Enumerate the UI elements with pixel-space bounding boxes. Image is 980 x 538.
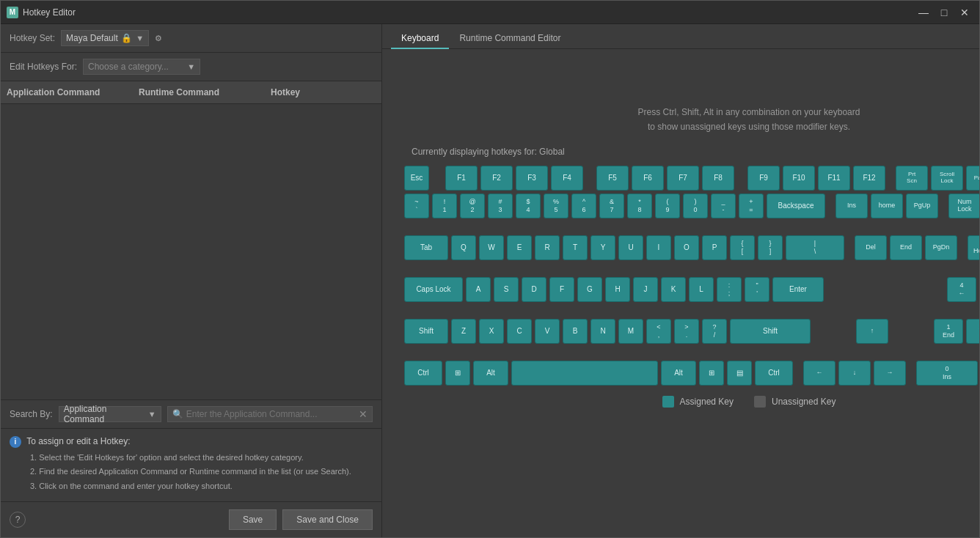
key-o[interactable]: O <box>674 235 699 260</box>
key-f3[interactable]: F3 <box>516 166 548 191</box>
key-ins[interactable]: Ins <box>835 194 868 218</box>
key-c[interactable]: C <box>507 319 532 344</box>
key-v[interactable]: V <box>535 319 560 344</box>
table-body[interactable] <box>1 104 381 399</box>
close-button[interactable]: ✕ <box>956 4 973 21</box>
key-alt-right[interactable]: Alt <box>661 361 696 386</box>
key-period[interactable]: >. <box>674 319 699 344</box>
key-t[interactable]: T <box>563 235 588 260</box>
key-num1[interactable]: 1End <box>934 319 963 344</box>
key-f[interactable]: F <box>549 277 574 302</box>
key-y[interactable]: Y <box>590 235 615 260</box>
gear-icon[interactable]: ⚙ <box>155 34 162 43</box>
key-del[interactable]: Del <box>855 235 887 260</box>
key-backspace[interactable]: Backspace <box>767 194 825 218</box>
key-scrolllock[interactable]: ScrollLock <box>931 166 963 191</box>
key-win-right[interactable]: ⊞ <box>699 361 724 386</box>
key-3[interactable]: #3 <box>488 194 513 218</box>
key-numlock[interactable]: NumLock <box>948 194 979 218</box>
key-d[interactable]: D <box>522 277 546 302</box>
key-comma[interactable]: <, <box>646 319 671 344</box>
key-p[interactable]: P <box>702 235 727 260</box>
key-minus[interactable]: _- <box>711 194 736 218</box>
key-down[interactable]: ↓ <box>838 361 871 386</box>
key-f12[interactable]: F12 <box>853 166 885 191</box>
key-space[interactable] <box>511 361 658 386</box>
key-z[interactable]: Z <box>451 319 476 344</box>
key-f10[interactable]: F10 <box>783 166 815 191</box>
key-quote[interactable]: "' <box>745 277 769 302</box>
key-num4[interactable]: 4← <box>947 277 976 302</box>
key-f7[interactable]: F7 <box>667 166 699 191</box>
key-s[interactable]: S <box>494 277 519 302</box>
key-2[interactable]: @2 <box>460 194 485 218</box>
key-6[interactable]: ^6 <box>571 194 596 218</box>
hotkey-set-dropdown[interactable]: Maya Default 🔒 ▼ <box>61 30 149 46</box>
key-f4[interactable]: F4 <box>551 166 583 191</box>
key-win-left[interactable]: ⊞ <box>445 361 470 386</box>
key-f1[interactable]: F1 <box>445 166 478 191</box>
key-1[interactable]: !1 <box>432 194 457 218</box>
key-0[interactable]: )0 <box>683 194 708 218</box>
key-pgup[interactable]: PgUp <box>906 194 938 218</box>
tab-runtime-command-editor[interactable]: Runtime Command Editor <box>449 29 571 49</box>
key-end[interactable]: End <box>890 235 922 260</box>
key-n[interactable]: N <box>590 319 615 344</box>
key-lbracket[interactable]: {[ <box>730 235 755 260</box>
key-g[interactable]: G <box>577 277 602 302</box>
key-7[interactable]: &7 <box>599 194 624 218</box>
key-b[interactable]: B <box>563 319 588 344</box>
save-close-button[interactable]: Save and Close <box>282 509 373 530</box>
key-num2[interactable]: 2↓ <box>966 319 979 344</box>
key-left[interactable]: ← <box>803 361 835 386</box>
key-slash[interactable]: ?/ <box>702 319 727 344</box>
key-capslock[interactable]: Caps Lock <box>404 277 463 302</box>
key-ctrl-left[interactable]: Ctrl <box>404 361 442 386</box>
key-l[interactable]: L <box>689 277 714 302</box>
search-clear-icon[interactable]: ✕ <box>359 408 368 420</box>
key-5[interactable]: %5 <box>544 194 568 218</box>
key-w[interactable]: W <box>479 235 504 260</box>
key-prtscn[interactable]: PrtScn <box>896 166 928 191</box>
key-alt-left[interactable]: Alt <box>473 361 508 386</box>
key-shift-left[interactable]: Shift <box>404 319 448 344</box>
key-home[interactable]: home <box>871 194 903 218</box>
maximize-button[interactable]: □ <box>935 4 953 21</box>
key-right[interactable]: → <box>874 361 906 386</box>
search-by-dropdown[interactable]: Application Command ▼ <box>59 406 161 422</box>
key-f9[interactable]: F9 <box>747 166 780 191</box>
key-h[interactable]: H <box>605 277 630 302</box>
key-f11[interactable]: F11 <box>818 166 850 191</box>
key-x[interactable]: X <box>479 319 504 344</box>
key-num0[interactable]: 0Ins <box>916 361 978 386</box>
category-dropdown[interactable]: Choose a category... ▼ <box>83 59 200 75</box>
help-button[interactable]: ? <box>10 512 26 528</box>
key-enter[interactable]: Enter <box>772 277 824 302</box>
key-j[interactable]: J <box>633 277 658 302</box>
key-semicolon[interactable]: :; <box>717 277 742 302</box>
key-4[interactable]: $4 <box>516 194 541 218</box>
key-esc[interactable]: Esc <box>404 166 429 191</box>
key-menu[interactable]: ▤ <box>727 361 752 386</box>
key-shift-right[interactable]: Shift <box>730 319 811 344</box>
search-input[interactable] <box>186 409 359 419</box>
key-num7[interactable]: 7Home <box>968 235 979 260</box>
key-f6[interactable]: F6 <box>632 166 664 191</box>
key-backslash[interactable]: |\ <box>786 235 844 260</box>
key-f2[interactable]: F2 <box>480 166 513 191</box>
key-ctrl-right[interactable]: Ctrl <box>755 361 793 386</box>
key-q[interactable]: Q <box>451 235 476 260</box>
key-m[interactable]: M <box>618 319 643 344</box>
tab-keyboard[interactable]: Keyboard <box>391 29 449 49</box>
key-rbracket[interactable]: }] <box>758 235 783 260</box>
key-pgdn[interactable]: PgDn <box>925 235 957 260</box>
key-a[interactable]: A <box>466 277 491 302</box>
save-button[interactable]: Save <box>229 509 277 530</box>
key-k[interactable]: K <box>661 277 686 302</box>
key-r[interactable]: R <box>535 235 560 260</box>
key-pause[interactable]: Pause <box>966 166 979 191</box>
key-9[interactable]: (9 <box>655 194 680 218</box>
key-up[interactable]: ↑ <box>856 319 888 344</box>
key-e[interactable]: E <box>507 235 532 260</box>
key-8[interactable]: *8 <box>627 194 652 218</box>
